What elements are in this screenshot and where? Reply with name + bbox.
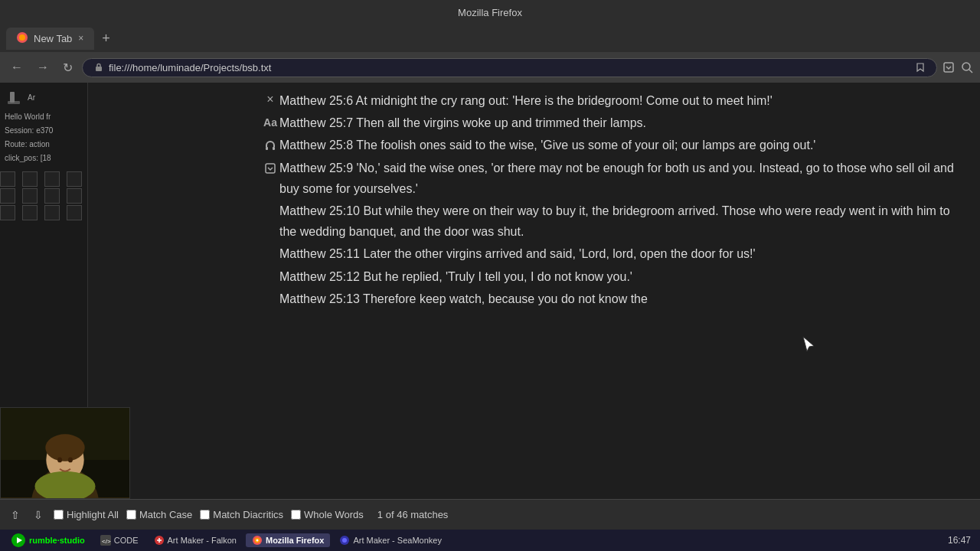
grid-cell — [22, 205, 38, 220]
verse-4: Matthew 25:10 But while they were on the… — [279, 201, 957, 242]
taskbar: rumble·studio </> CODE Art Maker - Falko… — [0, 530, 980, 551]
grid-cell — [67, 188, 82, 204]
verse-2: Matthew 25:8 The foolish ones said to th… — [279, 135, 957, 155]
sidebar-grid — [0, 171, 87, 220]
verse-7: Matthew 25:13 Therefore keep watch, beca… — [279, 289, 957, 309]
firefox-favicon — [17, 32, 28, 45]
grid-cell — [44, 171, 60, 187]
rumble-icon — [11, 533, 26, 548]
sidebar-hello: Hello World fr — [3, 110, 84, 124]
verse-3: Matthew 25:9 'No,' said the wise ones, '… — [279, 158, 957, 199]
titlebar: Mozilla Firefox — [0, 0, 980, 24]
tab-new-tab[interactable]: New Tab × — [6, 28, 94, 50]
sidebar-label-ar: Ar — [26, 91, 37, 105]
bible-text: Matthew 25:6 At midnight the cry rang ou… — [88, 83, 980, 318]
whole-words-label: Whole Words — [304, 509, 364, 520]
taskbar-rumble-logo[interactable]: rumble·studio — [5, 531, 91, 549]
svg-rect-9 — [273, 147, 275, 150]
taskbar-falkon-label: Art Maker - Falkon — [168, 536, 237, 545]
url-text: file:///home/luminade/Projects/bsb.txt — [109, 62, 910, 73]
lock-icon — [93, 62, 104, 73]
svg-line-5 — [969, 70, 972, 73]
taskbar-code-label: CODE — [114, 536, 139, 545]
taskbar-firefox[interactable]: Mozilla Firefox — [246, 533, 330, 547]
nav-bar: ← → ↻ file:///home/luminade/Projects/bsb… — [0, 52, 980, 83]
new-tab-button[interactable]: + — [97, 31, 115, 47]
back-button[interactable]: ← — [6, 57, 28, 77]
svg-rect-2 — [96, 67, 102, 71]
grid-cell — [22, 188, 38, 204]
find-next-button[interactable]: ⇩ — [31, 507, 46, 523]
search-icon[interactable] — [960, 60, 974, 74]
match-case-label: Match Case — [139, 509, 192, 520]
pocket-icon[interactable] — [942, 60, 956, 74]
taskbar-seamonkey-label: Art Maker - SeaMonkey — [353, 536, 442, 545]
grid-cell — [22, 171, 38, 187]
url-bar[interactable]: file:///home/luminade/Projects/bsb.txt — [82, 58, 937, 77]
code-icon: </> — [100, 535, 111, 546]
whole-words-group: Whole Words — [291, 509, 364, 520]
titlebar-text: Mozilla Firefox — [458, 7, 522, 18]
svg-rect-3 — [944, 63, 953, 72]
grid-cell — [0, 171, 15, 187]
grid-cell — [0, 188, 15, 204]
bookmark-icon[interactable] — [915, 62, 926, 73]
sidebar-route: Route: action — [3, 138, 84, 152]
match-diacritics-checkbox[interactable] — [200, 510, 210, 520]
verse-5: Matthew 25:11 Later the other virgins ar… — [279, 243, 957, 264]
svg-rect-10 — [266, 164, 275, 173]
taskbar-firefox-label: Mozilla Firefox — [266, 536, 324, 545]
svg-point-18 — [68, 457, 73, 462]
grid-cell — [44, 188, 60, 204]
svg-text:</>: </> — [102, 538, 111, 545]
webcam-overlay — [0, 407, 130, 499]
tab-label: New Tab — [34, 33, 72, 44]
firefox-taskbar-icon — [252, 535, 263, 546]
pocket-save-icon[interactable] — [261, 159, 279, 178]
find-matches-text: 1 of 46 matches — [377, 509, 449, 520]
match-case-checkbox[interactable] — [126, 510, 136, 520]
svg-point-17 — [57, 457, 62, 462]
webcam-video — [1, 408, 129, 498]
svg-point-16 — [45, 434, 84, 461]
highlight-all-group: Highlight All — [54, 509, 119, 520]
verse-1: Matthew 25:7 Then all the virgins woke u… — [279, 112, 957, 133]
taskbar-clock: 16:47 — [948, 535, 975, 546]
headphones-icon[interactable] — [261, 136, 279, 155]
taskbar-code[interactable]: </> CODE — [94, 533, 145, 547]
cursor — [800, 335, 815, 355]
svg-point-28 — [342, 538, 347, 543]
main-layout: Ar Hello World fr Session: e370 Route: a… — [0, 83, 980, 499]
sidebar-content: Ar Hello World fr Session: e370 Route: a… — [0, 83, 87, 168]
find-toolbar-left: × Aa — [256, 83, 284, 185]
whole-words-checkbox[interactable] — [291, 510, 301, 520]
match-diacritics-group: Match Diacritics — [200, 509, 283, 520]
match-diacritics-label: Match Diacritics — [213, 509, 283, 520]
grid-cell — [44, 205, 60, 220]
tab-bar: New Tab × + — [0, 24, 980, 52]
svg-rect-8 — [266, 147, 268, 150]
sidebar-session: Session: e370 — [3, 124, 84, 138]
tab-close-button[interactable]: × — [78, 33, 83, 44]
find-bar: ⇧ ⇩ Highlight All Match Case Match Diacr… — [0, 499, 980, 530]
svg-point-4 — [962, 63, 970, 70]
svg-point-1 — [19, 34, 25, 41]
taskbar-seamonkey[interactable]: Art Maker - SeaMonkey — [333, 533, 448, 547]
text-size-icon[interactable]: Aa — [261, 113, 279, 132]
close-find-button[interactable]: × — [261, 90, 279, 109]
verse-0: Matthew 25:6 At midnight the cry rang ou… — [279, 90, 957, 111]
seamonkey-icon — [339, 535, 350, 546]
find-prev-button[interactable]: ⇧ — [8, 507, 23, 523]
highlight-all-checkbox[interactable] — [54, 510, 64, 520]
forward-button[interactable]: → — [32, 57, 54, 77]
pencil-icon — [5, 89, 23, 107]
browser-content[interactable]: × Aa Matthew 25:6 At midnight the cry ra… — [88, 83, 980, 499]
svg-point-26 — [256, 540, 258, 542]
grid-cell — [0, 205, 15, 220]
grid-cell — [67, 171, 82, 187]
taskbar-falkon[interactable]: Art Maker - Falkon — [148, 533, 243, 547]
reload-button[interactable]: ↻ — [58, 57, 77, 78]
svg-rect-7 — [10, 92, 15, 103]
match-case-group: Match Case — [126, 509, 192, 520]
falkon-icon — [154, 535, 165, 546]
